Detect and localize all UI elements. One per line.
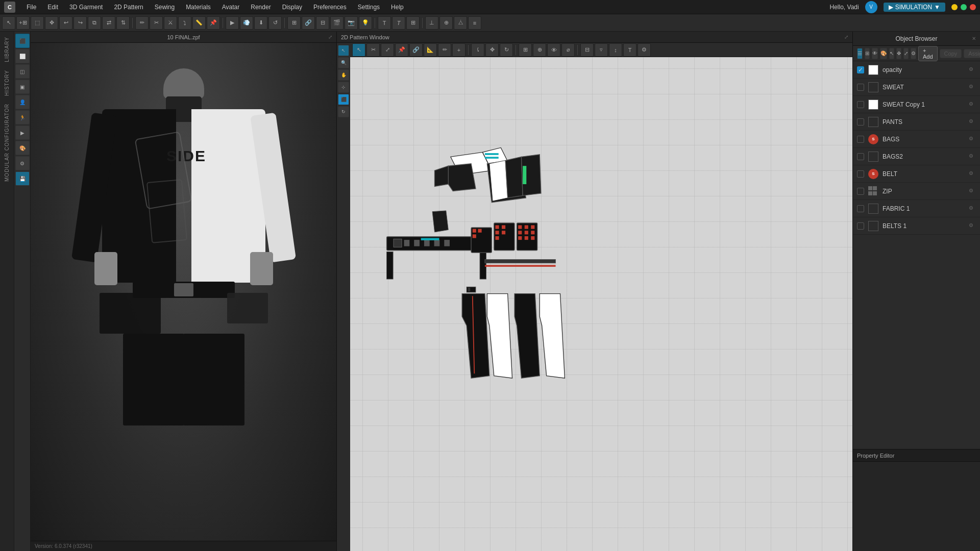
obj-settings-opacity[interactable]: ⚙	[969, 66, 976, 73]
objbr-move[interactable]: ✥	[896, 48, 901, 59]
tool-simulate[interactable]: ▶	[226, 16, 239, 30]
tool-layer[interactable]: ⧊	[454, 16, 467, 30]
pt-sew[interactable]: 🔗	[409, 43, 423, 57]
menu-display[interactable]: Display	[280, 3, 304, 12]
obj-check-belt[interactable]	[857, 170, 864, 178]
pt-cut[interactable]: ✂	[366, 43, 380, 57]
tool-text[interactable]: T	[378, 16, 391, 30]
obj-settings-belt[interactable]: ⚙	[969, 170, 976, 178]
belt-ext-left[interactable]	[387, 252, 394, 279]
pattern-piece-7[interactable]	[505, 157, 523, 198]
tool-pin[interactable]: 📌	[207, 16, 220, 30]
tool-camera[interactable]: 📷	[345, 16, 358, 30]
icon-wireframe[interactable]: ⬜	[15, 49, 30, 63]
pt-measure2[interactable]: ⌀	[561, 43, 575, 57]
obj-check-fabric1[interactable]	[857, 205, 864, 212]
obj-item-bags2[interactable]: BAGS2 ⚙	[853, 148, 980, 165]
pt-grid[interactable]: ⊞	[519, 43, 532, 57]
obj-check-sweat[interactable]	[857, 84, 864, 91]
maximize-button[interactable]	[961, 4, 967, 10]
tool-measure[interactable]: 📏	[192, 16, 206, 30]
pt-notch[interactable]: ▿	[595, 43, 608, 57]
tool-move[interactable]: ✥	[45, 16, 58, 30]
pt-settings[interactable]: ⚙	[638, 43, 651, 57]
obj-settings-sweat-copy[interactable]: ⚙	[969, 101, 976, 108]
pt-move[interactable]: ✥	[485, 43, 499, 57]
objbr-grid-view[interactable]: ⊞	[865, 48, 870, 59]
simulation-button[interactable]: ▶ SIMULATION ▼	[884, 3, 945, 12]
icon-animation[interactable]: ▶	[15, 126, 30, 140]
tool-undo[interactable]: ↩	[59, 16, 72, 30]
tool-mirror[interactable]: ⊥	[425, 16, 438, 30]
pants-back-left[interactable]	[514, 294, 540, 378]
tool-arrange[interactable]: ⊞	[287, 16, 301, 30]
pattern-canvas[interactable]: ↖ 🔍 ✋ ⊹ ⬛ ↻	[337, 43, 852, 551]
pt-side-select[interactable]: ⊹	[338, 82, 349, 93]
tool-grid[interactable]: ⊟	[316, 16, 329, 30]
menu-render[interactable]: Render	[249, 3, 273, 12]
icon-render[interactable]: 🎨	[15, 141, 30, 155]
icon-avatar[interactable]: 👤	[15, 95, 30, 109]
icon-3d-view[interactable]: ⬛	[15, 34, 30, 48]
add-button[interactable]: + Add	[918, 46, 938, 61]
pattern-piece-6[interactable]	[489, 160, 508, 201]
tool-wind[interactable]: 💨	[240, 16, 253, 30]
menu-preferences[interactable]: Preferences	[311, 3, 349, 12]
pt-pin[interactable]: 📌	[395, 43, 408, 57]
objbr-cursor[interactable]: ↖	[889, 48, 894, 59]
tool-scissors[interactable]: ✂	[150, 16, 163, 30]
obj-check-zip[interactable]	[857, 188, 864, 195]
sidebar-history[interactable]: HISTORY	[3, 67, 11, 99]
pt-view[interactable]: 👁	[547, 43, 560, 57]
panel-close-icon[interactable]: ✕	[972, 36, 976, 41]
viewport-expand[interactable]: ⤢	[328, 34, 332, 40]
pants-back-right[interactable]	[540, 294, 565, 378]
obj-item-belts1[interactable]: BELTS 1 ⚙	[853, 217, 980, 235]
menu-file[interactable]: File	[24, 3, 38, 12]
menu-materials[interactable]: Materials	[184, 3, 213, 12]
pants-front-left[interactable]	[462, 294, 489, 378]
pt-side-color[interactable]: ⬛	[338, 94, 349, 105]
tool-text2[interactable]: T	[392, 16, 405, 30]
zip-piece[interactable]	[485, 260, 556, 263]
user-avatar[interactable]: V	[865, 1, 877, 13]
obj-check-sweat-copy[interactable]	[857, 101, 864, 108]
pt-rotate[interactable]: ↻	[500, 43, 513, 57]
obj-settings-sweat[interactable]: ⚙	[969, 84, 976, 91]
menu-settings[interactable]: Settings	[356, 3, 382, 12]
assign-button[interactable]: Assign	[964, 49, 980, 58]
sidebar-library[interactable]: LIBRARY	[3, 34, 11, 65]
obj-item-zip[interactable]: ZIP ⚙	[853, 183, 980, 200]
icon-save[interactable]: 💾	[15, 171, 30, 186]
obj-settings-belts1[interactable]: ⚙	[969, 222, 976, 230]
tool-pen[interactable]: ✏	[135, 16, 149, 30]
tool-arrow[interactable]: ⤵	[178, 16, 191, 30]
icon-texture[interactable]: ▣	[15, 80, 30, 94]
objbr-list-view[interactable]: ☰	[857, 48, 863, 59]
menu-sewing[interactable]: Sewing	[153, 3, 177, 12]
tool-extra[interactable]: ≡	[468, 16, 481, 30]
tool-gravity[interactable]: ⬇	[254, 16, 267, 30]
pt-measure[interactable]: 📐	[424, 43, 437, 57]
tool-flip-h[interactable]: ⇄	[102, 16, 115, 30]
pattern-piece-4[interactable]	[434, 166, 448, 186]
pt-seam[interactable]: ⊟	[580, 43, 594, 57]
extra-piece-1[interactable]	[432, 211, 448, 232]
objbr-scale[interactable]: ⤢	[903, 48, 909, 59]
obj-check-belts1[interactable]	[857, 222, 864, 230]
viewport-canvas[interactable]: SIDE	[31, 43, 336, 551]
obj-item-pants[interactable]: PANTS ⚙	[853, 113, 980, 131]
obj-check-opacity[interactable]: ✓	[857, 66, 864, 73]
tool-light[interactable]: 💡	[359, 16, 372, 30]
obj-check-bags[interactable]	[857, 136, 864, 143]
pt-text[interactable]: T	[623, 43, 636, 57]
tool-flip-v[interactable]: ⇅	[116, 16, 130, 30]
obj-settings-zip[interactable]: ⚙	[969, 188, 976, 195]
tool-add[interactable]: +⊞	[16, 16, 30, 30]
obj-settings-bags[interactable]: ⚙	[969, 136, 976, 143]
obj-check-pants[interactable]	[857, 118, 864, 126]
minimize-button[interactable]	[951, 4, 958, 10]
tool-weld[interactable]: ⊕	[439, 16, 453, 30]
pants-front-right[interactable]	[487, 294, 512, 378]
obj-check-bags2[interactable]	[857, 153, 864, 160]
